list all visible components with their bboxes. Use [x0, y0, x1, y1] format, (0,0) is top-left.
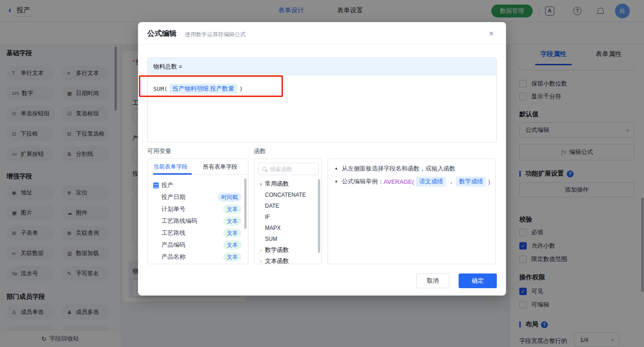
function-group-common[interactable]: ∨ 常用函数	[254, 178, 322, 189]
example-field-token: 数学成绩	[456, 176, 486, 187]
variable-row[interactable]: 产品编码 文本	[148, 239, 248, 251]
variable-root-row[interactable]: 投产	[148, 179, 248, 191]
chevron-open-icon: ∨	[258, 182, 264, 187]
modal-subtitle: 使用数学运算符编辑公式	[185, 31, 246, 39]
formula-edit-modal: 公式编辑 使用数学运算符编辑公式 × 物料总数 = SUM( 投产物料明细.投产…	[138, 22, 506, 296]
tab-current-form-fields[interactable]: 当前表单字段	[153, 163, 188, 171]
field-type-badge: 文本	[223, 205, 242, 214]
variable-row[interactable]: 工艺路线 文本	[148, 227, 248, 239]
form-document-icon	[153, 182, 159, 188]
functions-scrollbar[interactable]	[318, 179, 320, 253]
function-item[interactable]: DATE	[254, 200, 322, 211]
active-tab-underline	[153, 173, 192, 175]
chevron-right-icon: ›	[258, 259, 264, 264]
function-item[interactable]: CONCATENATE	[254, 189, 322, 200]
variables-scrollbar[interactable]	[244, 178, 247, 229]
field-type-badge: 时间戳	[218, 193, 242, 202]
function-item[interactable]: SUM	[254, 233, 322, 245]
formula-editor[interactable]: 物料总数 = SUM( 投产物料明细.投产数量 )	[147, 57, 497, 142]
chevron-right-icon: ›	[258, 248, 264, 253]
variables-tabs: 当前表单字段 所有表单字段	[148, 159, 248, 175]
field-type-badge: 文本	[223, 216, 242, 226]
tip-line: 从左侧面板选择字段名和函数，或输入函数	[335, 165, 455, 173]
variable-row[interactable]: 计划单号 文本	[148, 203, 248, 215]
formula-fn-close: )	[239, 85, 243, 92]
variable-row[interactable]: 投产日期 时间戳	[148, 191, 248, 203]
tab-all-form-fields[interactable]: 所有表单字段	[203, 163, 237, 171]
variables-panel: 当前表单字段 所有表单字段 投产 投产日期 时间戳 计划单号 文本 工艺路线编码…	[147, 159, 248, 264]
field-type-badge: 文本	[223, 228, 242, 238]
function-item[interactable]: MAPX	[254, 222, 322, 233]
variables-label: 可用变量	[147, 147, 171, 155]
field-type-badge: 文本	[223, 240, 242, 250]
search-input[interactable]	[269, 165, 312, 173]
functions-panel: ∨ 常用函数 CONCATENATE DATE IF MAPX SUM › 数学…	[254, 159, 322, 264]
cancel-button[interactable]: 取消	[416, 273, 449, 288]
tips-panel: 从左侧面板选择字段名和函数，或输入函数 公式编辑举例： AVERAGE( 语文成…	[328, 159, 496, 264]
close-icon[interactable]: ×	[486, 28, 497, 39]
variable-row[interactable]: 工艺路线编码 文本	[148, 215, 248, 227]
search-icon	[262, 167, 266, 171]
bullet-icon	[335, 168, 337, 170]
variable-row[interactable]: 产品名称 文本	[148, 251, 248, 263]
confirm-button[interactable]: 确定	[459, 273, 497, 288]
modal-header: 公式编辑 使用数学运算符编辑公式 ×	[138, 22, 506, 45]
example-field-token: 语文成绩	[416, 176, 446, 187]
modal-title: 公式编辑	[147, 29, 177, 39]
function-search[interactable]	[258, 163, 319, 175]
formula-target: 物料总数 =	[148, 58, 496, 75]
function-group-text[interactable]: › 文本函数	[254, 256, 322, 264]
function-item[interactable]: IF	[254, 211, 322, 222]
app-window: ‹ 投产 表单设计 表单设置 数据管理 A ? 检 ⊶ 表单外链 ⊠ 后端脚本 …	[0, 0, 644, 347]
tip-example-line: 公式编辑举例： AVERAGE( 语文成绩 ， 数学成绩 )	[335, 176, 490, 187]
bullet-icon	[335, 181, 337, 182]
formula-fn-open: SUM(	[153, 85, 167, 92]
formula-expression: SUM( 投产物料明细.投产数量 )	[153, 83, 243, 94]
formula-field-token[interactable]: 投产物料明细.投产数量	[169, 84, 237, 94]
function-group-math[interactable]: › 数学函数	[254, 245, 322, 256]
field-type-badge: 文本	[223, 252, 242, 262]
functions-label: 函数	[254, 147, 266, 155]
